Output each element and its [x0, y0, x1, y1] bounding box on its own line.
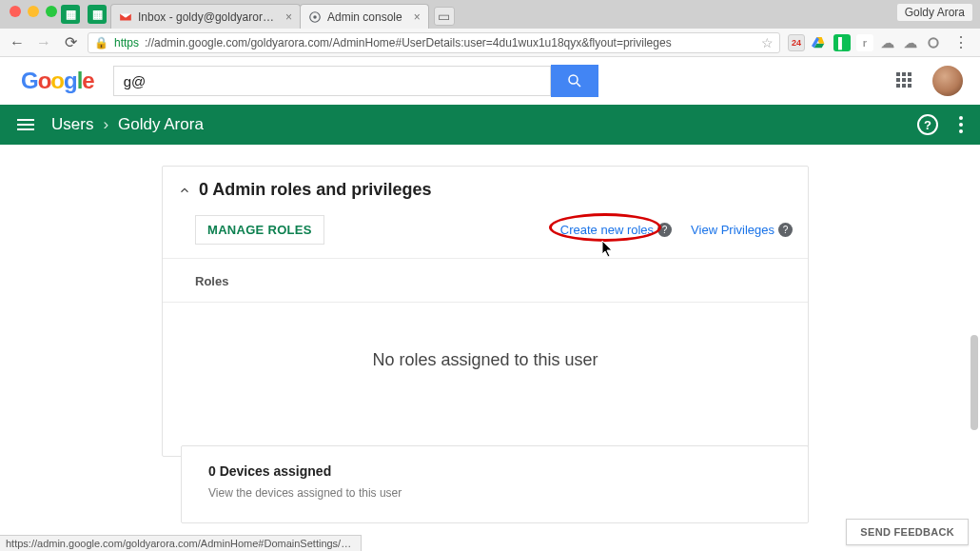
new-tab-button[interactable]: ▭	[434, 7, 455, 26]
send-feedback-button[interactable]: SEND FEEDBACK	[846, 519, 969, 545]
tab-admin-console[interactable]: Admin console ×	[300, 4, 429, 29]
admin-search	[113, 65, 598, 97]
extension-icon-green[interactable]: ▌	[833, 34, 851, 51]
pinned-extension-1[interactable]: ▦	[61, 5, 80, 24]
roles-section-label: Roles	[163, 259, 808, 302]
tab-title: Admin console	[327, 10, 402, 24]
devices-card[interactable]: 0 Devices assigned View the devices assi…	[181, 445, 809, 523]
google-apps-button[interactable]	[896, 72, 913, 89]
url-scheme: https	[114, 36, 139, 49]
tab-title: Inbox - goldy@goldyarora.com	[138, 10, 274, 24]
lock-icon: 🔒	[94, 36, 108, 49]
extension-icon-cloud[interactable]: ☁	[879, 34, 896, 51]
calendar-extension-icon[interactable]: 24	[788, 34, 805, 51]
gmail-icon	[119, 10, 132, 24]
breadcrumb-current: Goldy Arora	[118, 115, 204, 134]
menu-button[interactable]	[17, 119, 34, 130]
svg-line-4	[577, 83, 580, 87]
close-window-button[interactable]	[10, 6, 21, 17]
content-area: 0 Admin roles and privileges MANAGE ROLE…	[0, 145, 980, 551]
admin-roles-card: 0 Admin roles and privileges MANAGE ROLE…	[162, 166, 809, 457]
collapse-icon[interactable]	[178, 184, 191, 197]
breadcrumb-users[interactable]: Users	[51, 115, 93, 134]
admin-icon	[308, 10, 322, 24]
back-button[interactable]: ←	[8, 33, 27, 52]
help-icon[interactable]: ?	[657, 223, 672, 237]
scrollbar[interactable]	[970, 335, 978, 430]
browser-toolbar: ← → ⟳ 🔒 https://admin.google.com/goldyar…	[0, 29, 980, 57]
extension-icon-r[interactable]: r	[856, 34, 873, 51]
bookmark-star-icon[interactable]: ☆	[761, 35, 774, 50]
extension-icons: 24 ▌ r ☁ ☁	[788, 34, 942, 51]
minimize-window-button[interactable]	[28, 6, 39, 17]
search-icon	[566, 72, 583, 89]
extension-icon-ring[interactable]	[925, 34, 942, 51]
search-button[interactable]	[551, 65, 598, 97]
window-controls	[10, 6, 57, 17]
admin-navbar: Users › Goldy Arora ?	[0, 105, 980, 145]
url-rest: ://admin.google.com/goldyarora.com/Admin…	[145, 36, 672, 49]
chrome-profile-chip[interactable]: Goldy Arora	[897, 4, 972, 21]
account-avatar[interactable]	[932, 66, 963, 96]
extension-icon-cloud-2[interactable]: ☁	[902, 34, 919, 51]
chrome-menu-button[interactable]: ⋮	[950, 33, 972, 51]
search-input[interactable]	[113, 66, 551, 96]
browser-tabstrip: ▦ ▦ Inbox - goldy@goldyarora.com × Admin…	[0, 0, 980, 29]
status-bar: https://admin.google.com/goldyarora.com/…	[0, 535, 362, 551]
breadcrumb: Users › Goldy Arora	[51, 115, 204, 134]
close-icon[interactable]: ×	[285, 10, 292, 24]
reload-button[interactable]: ⟳	[61, 33, 80, 52]
svg-point-2	[929, 38, 937, 47]
devices-title: 0 Devices assigned	[208, 463, 789, 479]
more-options-button[interactable]	[959, 116, 963, 133]
google-logo[interactable]: G o o g l e	[21, 68, 94, 94]
no-roles-message: No roles assigned to this user	[163, 303, 808, 427]
help-button[interactable]: ?	[917, 114, 938, 135]
view-privileges-link[interactable]: View Privileges	[691, 223, 774, 237]
manage-roles-button[interactable]: MANAGE ROLES	[195, 215, 324, 245]
google-header: G o o g l e	[0, 57, 980, 105]
chevron-right-icon: ›	[103, 115, 108, 134]
pinned-extension-2[interactable]: ▦	[88, 5, 107, 24]
drive-extension-icon[interactable]	[811, 34, 828, 51]
tab-inbox[interactable]: Inbox - goldy@goldyarora.com ×	[110, 4, 301, 29]
close-icon[interactable]: ×	[414, 10, 421, 24]
svg-point-1	[313, 15, 317, 19]
svg-point-3	[569, 75, 578, 84]
devices-subtitle: View the devices assigned to this user	[208, 486, 789, 500]
fullscreen-window-button[interactable]	[46, 6, 57, 17]
forward-button[interactable]: →	[34, 33, 53, 52]
card-title: 0 Admin roles and privileges	[199, 180, 431, 200]
create-new-roles-link[interactable]: Create new roles	[560, 223, 654, 237]
address-bar[interactable]: 🔒 https://admin.google.com/goldyarora.co…	[88, 32, 780, 53]
help-icon[interactable]: ?	[778, 223, 793, 237]
